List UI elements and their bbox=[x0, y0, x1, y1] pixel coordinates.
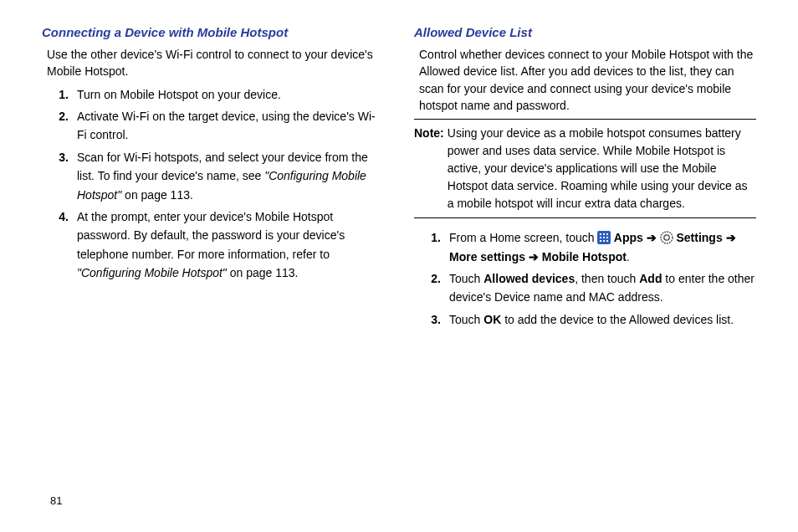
svg-point-11 bbox=[663, 235, 668, 240]
text-part: Touch bbox=[449, 272, 483, 285]
svg-point-10 bbox=[661, 232, 673, 243]
settings-icon bbox=[660, 231, 673, 244]
mobile-hotspot-label: Mobile Hotspot bbox=[542, 250, 627, 263]
ok-label: OK bbox=[483, 313, 501, 326]
svg-rect-6 bbox=[606, 237, 608, 238]
step-text: At the prompt, enter your device's Mobil… bbox=[77, 207, 384, 283]
note-block: Note: Using your device as a mobile hots… bbox=[414, 119, 756, 218]
page-columns: Connecting a Device with Mobile Hotspot … bbox=[42, 25, 756, 332]
allowed-devices-label: Allowed devices bbox=[483, 272, 575, 285]
svg-rect-1 bbox=[600, 233, 601, 235]
arrow-icon: ➔ bbox=[647, 231, 660, 244]
left-step-1: Turn on Mobile Hotspot on your device. bbox=[47, 85, 384, 104]
right-step-1: From a Home screen, touch Apps ➔ Setting… bbox=[419, 228, 756, 266]
text-part: From a Home screen, touch bbox=[449, 231, 597, 244]
svg-rect-9 bbox=[606, 240, 608, 242]
left-column: Connecting a Device with Mobile Hotspot … bbox=[42, 25, 384, 332]
svg-rect-2 bbox=[603, 233, 605, 235]
right-title: Allowed Device List bbox=[414, 25, 756, 39]
settings-label: Settings bbox=[673, 231, 726, 244]
apps-icon bbox=[597, 231, 611, 244]
note-text: Using your device as a mobile hotspot co… bbox=[448, 125, 756, 212]
svg-rect-3 bbox=[606, 233, 608, 235]
left-title: Connecting a Device with Mobile Hotspot bbox=[42, 25, 384, 39]
svg-rect-4 bbox=[600, 237, 601, 238]
step-text: Touch OK to add the device to the Allowe… bbox=[449, 310, 756, 329]
text-part: on page 113. bbox=[227, 266, 299, 279]
page-number: 81 bbox=[50, 494, 62, 507]
right-step-3: Touch OK to add the device to the Allowe… bbox=[419, 310, 756, 329]
text-part: Touch bbox=[449, 313, 483, 326]
right-column: Allowed Device List Control whether devi… bbox=[414, 25, 756, 332]
text-part: , then touch bbox=[575, 272, 639, 285]
right-intro: Control whether devices connect to your … bbox=[419, 46, 756, 114]
arrow-icon: ➔ bbox=[726, 231, 736, 244]
text-part: . bbox=[627, 250, 630, 263]
svg-rect-5 bbox=[603, 237, 605, 238]
text-part: At the prompt, enter your device's Mobil… bbox=[77, 210, 345, 261]
left-steps: Turn on Mobile Hotspot on your device. A… bbox=[47, 85, 384, 283]
svg-rect-7 bbox=[600, 240, 601, 242]
add-label: Add bbox=[639, 272, 662, 285]
text-part: to add the device to the Allowed devices… bbox=[501, 313, 734, 326]
left-step-4: At the prompt, enter your device's Mobil… bbox=[47, 207, 384, 283]
more-settings-label: More settings bbox=[449, 250, 529, 263]
left-intro: Use the other device's Wi-Fi control to … bbox=[47, 46, 384, 80]
cross-ref: "Configuring Mobile Hotspot" bbox=[77, 266, 227, 279]
svg-rect-8 bbox=[603, 240, 605, 242]
step-text: Activate Wi-Fi on the target device, usi… bbox=[77, 107, 384, 145]
step-text: Scan for Wi-Fi hotspots, and select your… bbox=[77, 148, 384, 204]
right-steps: From a Home screen, touch Apps ➔ Setting… bbox=[419, 228, 756, 329]
right-step-2: Touch Allowed devices, then touch Add to… bbox=[419, 269, 756, 307]
note-label: Note: bbox=[414, 125, 448, 212]
apps-label: Apps bbox=[611, 231, 646, 244]
left-step-2: Activate Wi-Fi on the target device, usi… bbox=[47, 107, 384, 145]
left-step-3: Scan for Wi-Fi hotspots, and select your… bbox=[47, 148, 384, 204]
arrow-icon: ➔ bbox=[529, 250, 542, 263]
step-text: From a Home screen, touch Apps ➔ Setting… bbox=[449, 228, 756, 266]
step-text: Turn on Mobile Hotspot on your device. bbox=[77, 85, 384, 104]
text-part: on page 113. bbox=[121, 188, 193, 202]
step-text: Touch Allowed devices, then touch Add to… bbox=[449, 269, 756, 307]
